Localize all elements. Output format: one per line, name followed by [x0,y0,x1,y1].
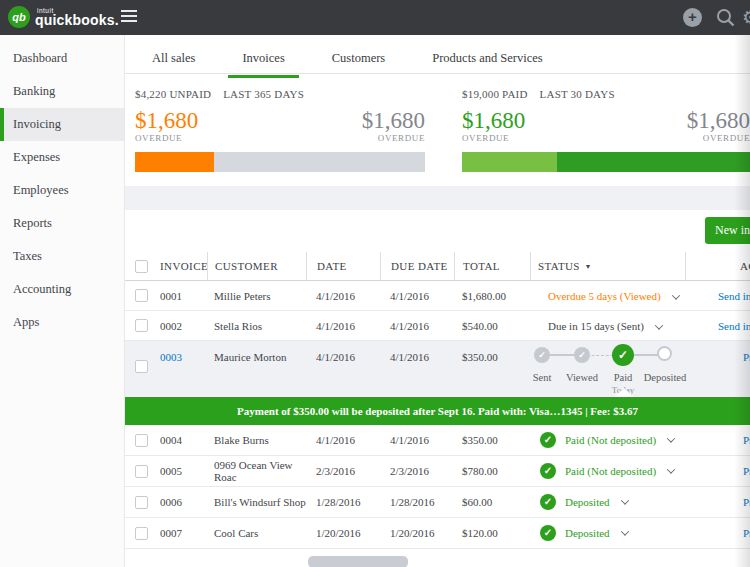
invoice-date: 1/28/2016 [306,496,380,508]
sidebar-item-apps[interactable]: Apps [0,306,124,339]
status-dropdown[interactable]: ✓ Deposited [530,525,685,541]
table-row: 0002 Stella Rios 4/1/2016 4/1/2016 $540.… [125,311,750,341]
quickbooks-logo: qb intuit quickbooks. [8,6,119,28]
new-invoice-button[interactable]: New invoice [705,217,750,244]
invoice-stats: $4,220 UNPAIDLAST 365 DAYS $1,680 OVERDU… [125,74,750,186]
status-dropdown[interactable]: Due in 15 days (Sent) [530,320,685,332]
column-header-date[interactable]: DATE [306,252,380,280]
row-checkbox[interactable] [135,496,148,509]
timeline-step-label: Viewed [557,372,607,383]
sidebar-item-dashboard[interactable]: Dashboard [0,42,124,75]
invoice-total: $120.00 [454,527,530,539]
sales-tabs: All sales Invoices Customers Products an… [125,35,750,74]
status-dropdown[interactable]: ✓ Paid (Not deposited) [530,463,685,479]
paid-period: LAST 30 DAYS [540,88,615,100]
invoices-table: INVOICE CUSTOMER DATE DUE DATE TOTAL STA… [125,252,750,549]
paid-recent-amount: $1,680 OVERDUE [462,109,525,143]
paid-check-icon: ✓ [540,494,556,510]
paid-panel: $19,000 PAIDLAST 30 DAYS $1,680 OVERDUE … [462,88,750,186]
invoice-date: 4/1/2016 [306,434,380,446]
column-header-status[interactable]: STATUS▾ [530,252,685,280]
invoice-number: 0004 [160,434,207,446]
unpaid-progress-bar [135,152,425,172]
customer-name: Cool Cars [207,527,306,539]
column-header-customer[interactable]: CUSTOMER [207,252,306,280]
status-dropdown[interactable]: ✓ Deposited [530,494,685,510]
status-dropdown[interactable]: Overdue 5 days (Viewed) [530,290,685,302]
sidebar-item-accounting[interactable]: Accounting [0,273,124,306]
column-header-action[interactable]: ACTION [685,252,750,280]
table-row: 0007 Cool Cars 1/20/2016 1/20/2016 $120.… [125,518,750,549]
invoice-number: 0005 [160,465,207,477]
hamburger-menu-icon[interactable] [121,10,137,25]
viewed-check-icon: ✓ [574,347,590,363]
row-checkbox[interactable] [135,319,148,332]
table-header-row: INVOICE CUSTOMER DATE DUE DATE TOTAL STA… [125,252,750,281]
print-link[interactable]: Print [743,527,750,539]
unpaid-panel: $4,220 UNPAIDLAST 365 DAYS $1,680 OVERDU… [135,88,425,186]
gear-icon[interactable]: ⚙ [742,6,750,28]
due-date: 4/1/2016 [380,434,454,446]
tab-all-sales[interactable]: All sales [138,51,209,75]
column-header-invoice[interactable]: INVOICE [160,252,207,280]
paid-summary: $19,000 PAID [462,88,528,100]
timeline-step-label: Sent [522,372,562,383]
sidebar-item-banking[interactable]: Banking [0,75,124,108]
create-plus-icon[interactable]: + [683,8,702,27]
print-link[interactable]: Print [743,434,750,446]
invoice-number: 0002 [160,320,207,332]
due-date: 2/3/2016 [380,465,454,477]
payment-status-timeline: ✓ ✓ ✓ Sent Viewed Paid Deposited Today [125,341,750,397]
select-all-checkbox[interactable] [135,260,148,273]
search-icon[interactable] [716,8,735,27]
main-content: All sales Invoices Customers Products an… [125,35,750,567]
row-checkbox[interactable] [135,465,148,478]
chevron-down-icon [667,434,675,442]
send-invoice-link[interactable]: Send invoice [718,290,750,302]
due-date: 1/28/2016 [380,496,454,508]
customer-name: Millie Peters [207,290,306,302]
topbar: qb intuit quickbooks. + ⚙ [0,0,750,35]
sidebar-item-reports[interactable]: Reports [0,207,124,240]
sidebar-item-invoicing[interactable]: Invoicing [0,108,124,141]
invoice-total: $540.00 [454,320,530,332]
sidebar-nav: Dashboard Banking Invoicing Expenses Emp… [0,35,125,567]
tab-invoices[interactable]: Invoices [228,51,298,78]
invoice-number: 0001 [160,290,207,302]
section-divider-band [125,186,750,210]
paid-progress-bar [462,152,750,172]
row-checkbox[interactable] [135,434,148,447]
due-date: 1/20/2016 [380,527,454,539]
tab-customers[interactable]: Customers [318,51,399,75]
table-row: 0004 Blake Burns 4/1/2016 4/1/2016 $350.… [125,425,750,456]
customer-name: Bill's Windsurf Shop [207,496,306,508]
qb-logo-icon: qb [8,6,30,28]
table-row-expanded: 0003 Maurice Morton 4/1/2016 4/1/2016 $3… [125,341,750,397]
invoice-total: $780.00 [454,465,530,477]
tab-products-services[interactable]: Products and Services [418,51,556,75]
column-header-total[interactable]: TOTAL [454,252,530,280]
chevron-down-icon [655,321,663,329]
chevron-down-icon [671,291,679,299]
sidebar-item-expenses[interactable]: Expenses [0,141,124,174]
row-checkbox[interactable] [135,527,148,540]
column-header-due-date[interactable]: DUE DATE [380,252,454,280]
send-invoice-link[interactable]: Send invoice [718,320,750,332]
sidebar-item-taxes[interactable]: Taxes [0,240,124,273]
timeline-step-label: Deposited [633,372,697,383]
horizontal-scrollbar-thumb[interactable] [308,556,408,567]
table-row: 0005 0969 Ocean View Roac 2/3/2016 2/3/2… [125,456,750,487]
invoice-total: $350.00 [454,434,530,446]
print-link[interactable]: Print [743,496,750,508]
row-checkbox[interactable] [135,289,148,302]
invoice-total: $1,680.00 [454,290,530,302]
invoice-total: $60.00 [454,496,530,508]
due-date: 4/1/2016 [380,320,454,332]
invoice-date: 4/1/2016 [306,320,380,332]
print-link[interactable]: Print [743,465,750,477]
table-toolbar: New invoice [125,210,750,252]
paid-check-icon: ✓ [612,344,634,366]
sidebar-item-employees[interactable]: Employees [0,174,124,207]
status-dropdown[interactable]: ✓ Paid (Not deposited) [530,432,685,448]
invoice-date: 1/20/2016 [306,527,380,539]
